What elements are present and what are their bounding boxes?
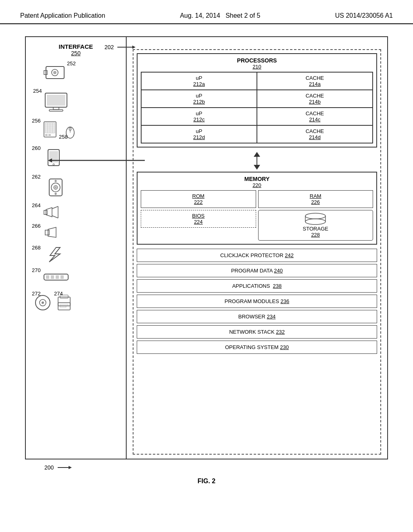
memory-right-col: RAM 226 STORA [258,190,373,241]
svg-point-29 [55,180,56,182]
interface-title: INTERFACE [58,43,93,50]
lightning-icon [42,247,70,263]
svg-line-33 [52,206,58,209]
header-sheet: Sheet 2 of 5 [225,12,260,19]
interface-number: 250 [71,50,80,56]
up-ref-b: 212b [145,99,253,105]
svg-rect-18 [48,134,51,136]
ref-254: 254 [33,88,42,94]
svg-line-34 [52,216,58,218]
ref-270: 270 [32,267,41,273]
stack-os-ref: 230 [280,344,289,350]
cross-panel-arrow [48,156,145,166]
device-270: 270 [30,269,122,285]
svg-marker-55 [48,158,52,162]
ref-260: 260 [32,145,41,151]
svg-marker-53 [132,46,136,49]
camera-icon [42,62,70,85]
svg-point-30 [55,193,56,195]
ref-256: 256 [32,118,41,124]
label-200: 200 [44,464,54,471]
svg-rect-41 [51,275,54,279]
monitor-icon [42,91,70,113]
proc-cell-cache-c: CACHE214c [257,108,373,125]
svg-rect-51 [60,306,66,308]
cache-ref-b: 214b [261,99,369,105]
speaker-icon [42,177,70,199]
rom-ref: 222 [144,199,252,205]
svg-point-3 [53,71,56,74]
storage-ref: 228 [311,232,320,238]
cache-ref-a: 214a [261,81,369,87]
up-ref-c: 212c [145,116,253,123]
vertical-double-arrow [254,152,260,170]
arrow-up-icon [254,152,260,157]
computer-panel: 202 PROCESSORS 210 uP212a [127,37,387,459]
proc-cell-cache-a: CACHE214a [257,72,373,90]
rom-label: ROM [144,193,252,199]
memory-left-col: ROM 222 BIOS 224 [141,190,256,241]
proc-cell-cache-d: CACHE214d [257,125,373,143]
left-arrow-icon [48,156,145,166]
stack-network-stack-ref: 232 [276,329,285,335]
figure-caption: FIG. 2 [20,478,393,485]
ram-ref: 226 [262,199,370,205]
svg-rect-37 [45,230,49,235]
stack-network-stack: NETWORK STACK 232 [137,325,377,339]
bios-cell: BIOS 224 [141,210,256,228]
computer-dashed-box: PROCESSORS 210 uP212a CACHE214a uP212b [133,49,381,455]
proc-cell-up-a: uP212a [141,72,257,90]
ref-268: 268 [32,245,41,251]
ref-266: 266 [32,223,41,229]
device-262: 262 [30,177,122,199]
header-left: Patent Application Publication [20,12,105,19]
up-ref-d: 212d [145,134,253,140]
bios-ref: 224 [144,219,252,225]
rom-cell: ROM 222 [141,190,256,208]
bios-label: BIOS [144,213,252,219]
storage-cell: STORAGE 228 [258,210,373,241]
processor-grid: uP212a CACHE214a uP212b CACHE214b [141,72,373,143]
proc-cell-cache-b: CACHE214b [257,90,373,108]
device-272-274: 272 274 [30,292,122,314]
diagram-outer-box: INTERFACE 250 252 [25,36,388,459]
device-256-258: 256 258 [30,120,122,142]
processors-number: 210 [141,64,373,70]
ref-274: 274 [54,291,63,297]
svg-rect-50 [60,304,68,305]
stack-applications: APPLICATIONS 238 [137,279,377,293]
proc-cell-up-c: uP212c [141,108,257,125]
svg-point-46 [42,301,44,304]
stack-applications-ref: 238 [273,283,282,289]
ref-252: 252 [67,60,76,66]
cache-ref-d: 214d [261,134,369,140]
page-header: Patent Application Publication Aug. 14, … [0,0,413,24]
up-ref-a: 212a [145,81,253,87]
ram-label: RAM [262,193,370,199]
ref-272: 272 [32,291,41,297]
header-right: US 2014/230056 A1 [335,12,393,19]
label-200-container: 200 [44,463,393,472]
arrow-line [257,157,257,165]
router-icon [42,269,74,283]
device-254: 254 [30,91,122,113]
arrow-down-icon [254,165,260,170]
svg-point-56 [305,213,325,219]
printer-icon [42,206,70,220]
stack-clickjack: CLICKJACK PROTECTOR 242 [137,249,377,262]
stack-program-data-ref: 240 [274,268,283,274]
proc-cell-up-d: uP212d [141,125,257,143]
memory-grid: ROM 222 BIOS 224 RAM [141,190,373,241]
svg-marker-38 [49,247,60,262]
header-center: Aug. 14, 2014 Sheet 2 of 5 [180,12,260,19]
interface-panel: INTERFACE 250 252 [26,37,127,459]
svg-marker-61 [69,466,72,469]
cache-ref-c: 214c [261,116,369,123]
memory-box: MEMORY 220 ROM 222 BIOS 224 [137,172,377,245]
device-266: 266 [30,226,122,240]
storage-cylinder-icon [303,213,327,225]
processors-title: PROCESSORS [141,57,373,64]
stack-os: OPERATING SYSTEM 230 [137,341,377,354]
ref-258: 258 [59,134,68,140]
svg-rect-42 [56,275,59,279]
